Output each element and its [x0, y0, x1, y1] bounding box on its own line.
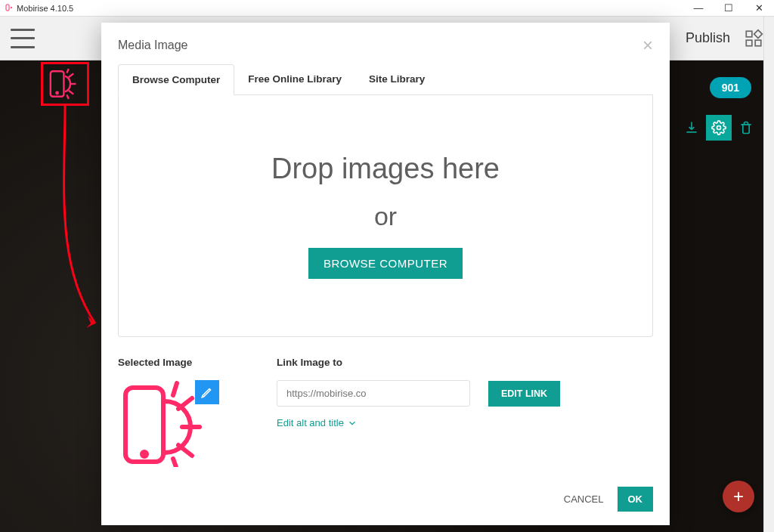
window-titlebar: Mobirise 4.10.5 — ☐ ✕ — [0, 0, 774, 17]
svg-point-16 — [142, 452, 147, 456]
counter-badge[interactable]: 901 — [710, 77, 751, 98]
svg-line-20 — [173, 383, 177, 395]
svg-rect-2 — [746, 31, 752, 37]
or-text: or — [374, 202, 397, 231]
svg-point-6 — [717, 126, 721, 130]
publish-button[interactable]: Publish — [686, 30, 730, 46]
svg-rect-3 — [746, 40, 752, 46]
edit-alt-title-toggle[interactable]: Edit alt and title — [277, 417, 358, 428]
selected-image-label: Selected Image — [118, 357, 254, 368]
app-icon — [3, 3, 14, 14]
edit-image-button[interactable] — [195, 380, 219, 404]
plus-icon: + — [733, 486, 744, 507]
svg-line-10 — [69, 73, 73, 77]
link-image-to-label: Link Image to — [277, 357, 653, 368]
maximize-button[interactable]: ☐ — [714, 0, 744, 17]
ok-button[interactable]: OK — [618, 487, 654, 512]
modal-header: Media Image × — [118, 36, 653, 54]
svg-point-8 — [56, 92, 57, 94]
chevron-down-icon — [347, 418, 358, 428]
window-title: Mobirise 4.10.5 — [17, 4, 73, 13]
svg-line-21 — [173, 459, 177, 467]
tab-site-library[interactable]: Site Library — [355, 64, 438, 95]
modal-title: Media Image — [118, 39, 188, 52]
dropzone[interactable]: Drop images here or BROWSE COMPUTER — [118, 95, 653, 337]
link-url-input[interactable] — [277, 380, 470, 407]
svg-line-13 — [67, 94, 68, 99]
selected-image-thumbnail[interactable] — [118, 380, 216, 467]
close-icon[interactable]: × — [642, 36, 653, 54]
block-tools — [679, 115, 759, 141]
svg-line-12 — [67, 69, 68, 73]
cancel-button[interactable]: CANCEL — [564, 493, 604, 505]
svg-rect-0 — [6, 5, 9, 11]
gear-icon[interactable] — [706, 115, 732, 141]
tab-strip: Browse Computer Free Online Library Site… — [118, 63, 653, 95]
close-window-button[interactable]: ✕ — [744, 0, 774, 17]
tab-browse-computer[interactable]: Browse Computer — [118, 64, 234, 95]
edit-alt-title-label: Edit alt and title — [277, 417, 344, 428]
minimize-button[interactable]: — — [683, 0, 714, 17]
hamburger-menu-icon[interactable] — [11, 29, 35, 48]
svg-rect-5 — [754, 29, 763, 38]
trash-icon[interactable] — [733, 115, 759, 141]
modal-footer: CANCEL OK — [118, 487, 653, 512]
drop-text: Drop images here — [271, 153, 500, 185]
svg-line-11 — [69, 91, 73, 94]
browse-computer-button[interactable]: BROWSE COMPUTER — [308, 248, 463, 279]
svg-point-1 — [11, 7, 12, 8]
edit-link-button[interactable]: EDIT LINK — [488, 381, 560, 407]
svg-rect-4 — [755, 40, 761, 46]
add-block-fab[interactable]: + — [723, 481, 754, 512]
tab-free-online-library[interactable]: Free Online Library — [234, 64, 355, 95]
mobirise-logo-icon[interactable] — [43, 64, 87, 104]
extensions-icon[interactable] — [744, 29, 763, 48]
vertical-scrollbar[interactable] — [763, 17, 774, 532]
pencil-icon — [200, 385, 214, 399]
annotation-highlight-box — [41, 62, 89, 106]
download-icon[interactable] — [679, 115, 704, 141]
media-image-modal: Media Image × Browse Computer Free Onlin… — [101, 23, 670, 525]
